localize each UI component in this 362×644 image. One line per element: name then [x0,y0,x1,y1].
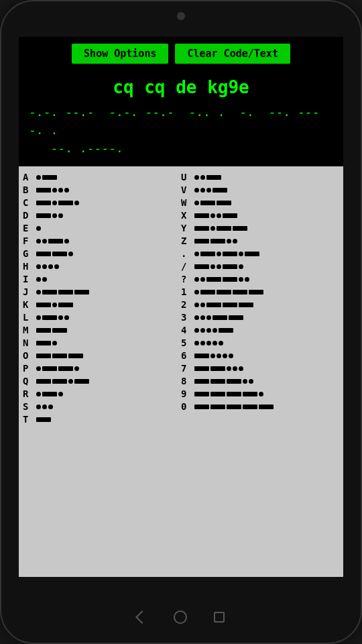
dot-icon [52,341,57,345]
morse-char-label: V [181,184,192,195]
recents-button-icon[interactable] [214,612,225,623]
dot-icon [68,379,73,384]
morse-pattern [194,315,243,320]
morse-char-label: 8 [181,376,192,386]
dash-icon [206,303,221,307]
home-button-icon[interactable] [174,610,187,624]
morse-pattern [194,379,253,384]
dash-icon [206,175,221,180]
morse-char-label: 3 [181,312,192,323]
dot-icon [217,252,221,256]
dot-icon [210,213,215,218]
clear-code-button[interactable]: Clear Code/Text [175,44,290,64]
dot-icon [213,341,217,345]
dash-icon [243,392,257,396]
dot-icon [200,328,205,333]
morse-char-label: T [23,414,34,425]
list-item: D [23,210,181,221]
dash-icon [239,303,253,307]
dot-icon [48,405,53,409]
list-item: 4 [181,325,339,335]
dash-icon [58,366,73,371]
dash-icon [227,392,241,396]
dash-icon [36,252,51,256]
dot-icon [210,264,215,269]
dot-icon [200,315,205,320]
list-item: 9 [181,388,339,399]
dash-icon [42,392,57,396]
dash-icon [194,354,209,358]
dot-icon [36,405,41,409]
table-row: O6 [23,350,339,361]
morse-char-label: I [23,274,34,284]
table-row: T [23,414,339,425]
morse-char-label: 2 [181,299,192,310]
dash-icon [58,201,73,205]
morse-pattern [36,366,79,371]
morse-char-label: 0 [181,401,192,412]
morse-pattern [36,188,69,193]
table-row: K2 [23,299,339,310]
morse-pattern [36,379,89,384]
dash-icon [233,290,247,294]
dash-icon [42,315,57,320]
show-options-button[interactable]: Show Options [72,44,168,64]
dot-icon [217,213,221,218]
dot-icon [64,239,69,244]
table-row: J1 [23,286,339,297]
dash-icon [217,226,231,231]
dash-icon [42,290,57,294]
morse-pattern [194,392,263,396]
dot-icon [239,264,243,269]
dash-icon [210,392,225,396]
dot-icon [194,188,199,193]
dot-icon [36,277,41,282]
dash-icon [200,201,215,205]
dash-icon [243,405,257,409]
dot-icon [74,366,79,371]
dot-icon [223,354,227,358]
list-item: F [23,235,181,246]
morse-char-label: 5 [181,337,192,348]
dash-icon [213,188,227,193]
list-item: P [23,363,181,374]
list-item: 3 [181,312,339,323]
list-item: 0 [181,401,339,412]
morse-char-label: 4 [181,325,192,335]
morse-char-label: 9 [181,388,192,399]
morse-pattern [36,213,63,218]
dash-icon [194,379,209,384]
list-item: T [23,414,181,425]
dot-icon [217,354,221,358]
dash-icon [200,252,215,256]
morse-pattern [36,328,67,333]
back-button-icon[interactable] [135,610,149,624]
morse-pattern [194,290,263,294]
dash-icon [42,175,57,180]
dot-icon [229,354,233,358]
dot-icon [48,264,53,269]
dash-icon [52,354,67,358]
dot-icon [200,175,205,180]
list-item: . [181,248,339,259]
dot-icon [36,264,41,269]
dash-icon [48,239,63,244]
list-item: 6 [181,350,339,361]
list-item: L [23,312,181,323]
morse-pattern [194,328,233,333]
list-item: B [23,184,181,195]
morse-pattern [36,303,73,307]
table-row: S0 [23,401,339,412]
dash-icon [259,405,274,409]
home-bar [137,610,225,624]
table-row: AU [23,172,339,182]
list-item: U [181,172,339,182]
dash-icon [74,290,89,294]
list-item: N [23,337,181,348]
morse-pattern [36,252,73,256]
camera-notch [177,12,185,20]
morse-pattern [194,366,243,371]
dot-icon [42,277,47,282]
morse-pattern [36,175,57,180]
list-item: H [23,261,181,272]
